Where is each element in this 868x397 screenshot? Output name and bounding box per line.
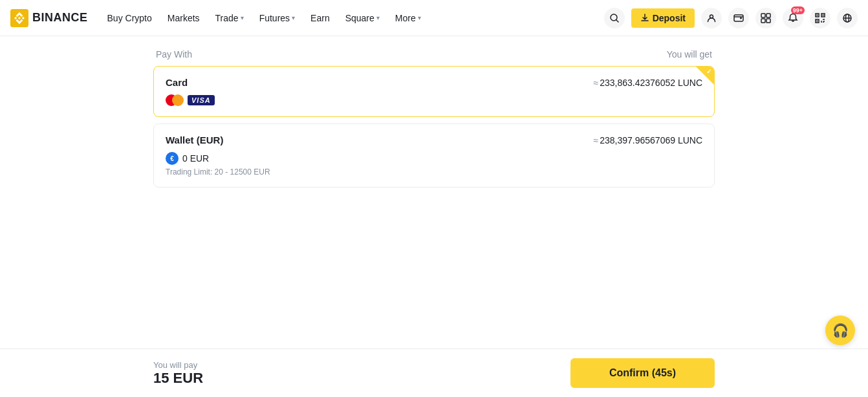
svg-rect-14	[817, 14, 818, 16]
nav-futures[interactable]: Futures ▾	[253, 9, 301, 27]
wallet-button[interactable]	[728, 8, 749, 28]
globe-icon	[842, 13, 852, 23]
wallet-balance-row: € 0 EUR	[166, 152, 702, 165]
selected-indicator	[696, 67, 714, 85]
trade-chevron-icon: ▾	[241, 14, 244, 21]
main-content: Pay With You will get Card ≈233,863.4237…	[143, 36, 725, 233]
wallet-currency-icon: €	[166, 152, 179, 165]
deposit-button[interactable]: Deposit	[631, 8, 695, 28]
svg-rect-15	[823, 14, 824, 16]
svg-rect-10	[766, 19, 770, 23]
nav-links: Buy Crypto Markets Trade ▾ Futures ▾ Ear…	[101, 9, 604, 27]
square-chevron-icon: ▾	[376, 14, 380, 21]
qr-icon	[815, 13, 825, 23]
wallet-balance: 0 EUR	[182, 153, 209, 164]
svg-rect-8	[766, 14, 770, 17]
notification-badge: 99+	[791, 6, 805, 14]
card-payment-option[interactable]: Card ≈233,863.42376052 LUNC VISA	[153, 66, 715, 117]
wallet-option-name: Wallet (EUR)	[166, 134, 223, 145]
qr-button[interactable]	[810, 8, 830, 28]
svg-rect-7	[761, 14, 765, 17]
visa-logo: VISA	[188, 95, 215, 105]
nav-square[interactable]: Square ▾	[339, 9, 386, 27]
futures-chevron-icon: ▾	[292, 14, 295, 21]
logo-text: BINANCE	[32, 11, 88, 25]
card-option-name: Card	[166, 77, 188, 88]
wallet-option-top-row: Wallet (EUR) ≈238,397.96567069 LUNC	[166, 134, 702, 145]
wallet-option-amount: ≈238,397.96567069 LUNC	[594, 135, 702, 145]
globe-button[interactable]	[837, 8, 858, 28]
trading-limit: Trading Limit: 20 - 12500 EUR	[166, 167, 702, 177]
mastercard-logo	[166, 94, 184, 106]
search-button[interactable]	[604, 8, 625, 28]
wallet-payment-option[interactable]: Wallet (EUR) ≈238,397.96567069 LUNC € 0 …	[153, 123, 715, 188]
nav-markets[interactable]: Markets	[161, 9, 206, 27]
card-option-amount: ≈233,863.42376052 LUNC	[594, 78, 702, 88]
search-icon	[609, 13, 620, 23]
deposit-icon	[640, 14, 649, 23]
nav-trade[interactable]: Trade ▾	[209, 9, 250, 27]
svg-point-5	[740, 17, 742, 19]
profile-button[interactable]	[701, 8, 722, 28]
mastercard-right-circle	[172, 94, 184, 106]
logo[interactable]: BINANCE	[10, 9, 88, 27]
svg-rect-9	[761, 19, 765, 23]
pay-with-label: Pay With	[156, 49, 192, 59]
you-will-get-label: You will get	[667, 49, 712, 59]
card-option-top-row: Card ≈233,863.42376052 LUNC	[166, 77, 702, 88]
more-chevron-icon: ▾	[418, 14, 421, 21]
nav-more[interactable]: More ▾	[389, 9, 428, 27]
pay-with-header: Pay With You will get	[153, 49, 715, 59]
grid-button[interactable]	[755, 8, 776, 28]
notifications-wrapper: 99+	[783, 8, 803, 28]
navbar-right: Deposit	[604, 8, 858, 28]
svg-rect-16	[817, 20, 818, 21]
binance-logo-icon	[10, 9, 28, 27]
wallet-icon	[733, 13, 744, 23]
nav-earn[interactable]: Earn	[304, 9, 336, 27]
nav-buy-crypto[interactable]: Buy Crypto	[101, 9, 158, 27]
bell-icon	[788, 13, 798, 23]
card-logos: VISA	[166, 94, 702, 106]
svg-line-2	[616, 19, 618, 22]
navbar: BINANCE Buy Crypto Markets Trade ▾ Futur…	[0, 0, 868, 36]
user-icon	[706, 13, 717, 23]
grid-icon	[761, 13, 771, 23]
